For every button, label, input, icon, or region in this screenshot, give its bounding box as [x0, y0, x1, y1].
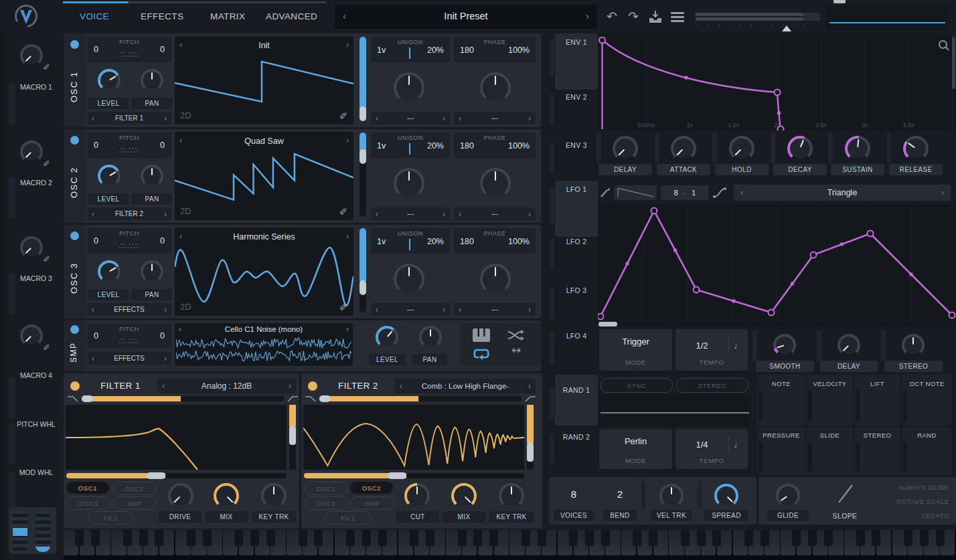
- lfo-tempo-box[interactable]: 1/2♩ TEMPO: [675, 329, 748, 371]
- envelope-editor[interactable]: 500ms 1s 1.5s 2s 2.5s 3s 3.5s: [598, 33, 956, 130]
- filter1-drive-knob[interactable]: [168, 483, 193, 508]
- filter1-model-selector[interactable]: ‹Analog : 12dB›: [157, 379, 296, 393]
- piano-key-black[interactable]: [266, 530, 275, 546]
- piano-key-black[interactable]: [585, 530, 594, 546]
- keytrack-icon[interactable]: [473, 329, 490, 342]
- lfo-shape-selector[interactable]: ‹ Triangle ›: [734, 185, 951, 201]
- filter1-response-display[interactable]: [66, 405, 287, 470]
- osc2-unison-box[interactable]: UNISON 1v 20%: [371, 132, 450, 158]
- piano-key-black[interactable]: [410, 530, 418, 546]
- sample-name[interactable]: Cello C1 Noise (mono): [175, 325, 353, 333]
- filter1-input-osc3[interactable]: OSC3: [66, 496, 110, 510]
- piano-key-black[interactable]: [234, 530, 243, 546]
- piano-key-black[interactable]: [314, 530, 323, 546]
- lfo-grid-rows[interactable]: 8: [674, 189, 678, 197]
- modsource-slide[interactable]: SLIDE: [807, 428, 853, 475]
- tab-rand2[interactable]: RAND 2: [555, 433, 598, 441]
- piano-key-black[interactable]: [792, 530, 801, 546]
- modsource-lift[interactable]: LIFT: [854, 375, 900, 426]
- osc3-routing-selector[interactable]: ‹EFFECTS›: [87, 303, 171, 316]
- filter2-resonance-handle[interactable]: [527, 443, 534, 462]
- chevron-left-icon[interactable]: ‹: [740, 189, 743, 197]
- filter2-cutoff-slider[interactable]: [304, 473, 524, 478]
- piano-key-black[interactable]: [473, 530, 482, 546]
- osc2-dest2-selector[interactable]: ‹---›: [454, 207, 536, 220]
- lfo-scrollbar[interactable]: [598, 322, 956, 326]
- tab-effects[interactable]: EFFECTS: [141, 11, 183, 21]
- slope-icon[interactable]: [837, 483, 854, 504]
- macro4-edit-pencil-icon[interactable]: ✎: [43, 342, 50, 352]
- osc3-view-mode[interactable]: 2D: [180, 302, 191, 312]
- piano-key-black[interactable]: [601, 530, 610, 546]
- lfo-tempo-value[interactable]: 1/2: [675, 341, 728, 351]
- tab-advanced[interactable]: ADVANCED: [266, 11, 317, 21]
- menu-icon[interactable]: [671, 12, 684, 22]
- filter1-keytrack-knob[interactable]: [261, 483, 287, 508]
- tab-lfo4[interactable]: LFO 4: [555, 332, 598, 340]
- filter2-response-display[interactable]: [303, 405, 524, 470]
- sampler-pan-knob[interactable]: [419, 326, 442, 349]
- osc2-view-mode[interactable]: 2D: [180, 206, 191, 216]
- filter1-mix-knob[interactable]: [214, 483, 239, 508]
- lfo-mode-box[interactable]: Trigger MODE: [599, 329, 672, 371]
- osc2-wavetable-display[interactable]: ‹ Quad Saw › 2D ✎: [175, 132, 353, 220]
- filter2-input-osc2[interactable]: OSC2: [350, 482, 393, 494]
- osc1-routing-selector[interactable]: ‹FILTER 1›: [87, 112, 171, 124]
- wavetable-next-icon[interactable]: ›: [346, 41, 349, 49]
- filter2-input-fil1[interactable]: FIL1: [325, 511, 371, 525]
- osc3-wavetable-display[interactable]: ‹ Harmonic Series › 2D ✎: [175, 227, 353, 316]
- macro3-knob[interactable]: [20, 236, 43, 259]
- filter1-enable-indicator[interactable]: [70, 381, 80, 391]
- sampler-pitch-box[interactable]: PITCH 0 0 •• ••••••••••: [87, 324, 171, 349]
- osc3-edit-pencil-icon[interactable]: ✎: [339, 300, 347, 312]
- pitch-wheel-mod-bar[interactable]: [9, 424, 15, 464]
- lfo-delay-knob[interactable]: [838, 334, 860, 357]
- osc1-unison-box[interactable]: UNISON 1v 20%: [371, 37, 450, 62]
- oscilloscope-display[interactable]: [825, 5, 949, 31]
- lfo-editor[interactable]: [598, 204, 956, 321]
- piano-key-black[interactable]: [633, 530, 641, 546]
- piano-keyboard[interactable]: [64, 530, 956, 560]
- bend-value[interactable]: 2: [607, 488, 633, 500]
- osc1-unison-voices[interactable]: 1v: [377, 45, 386, 55]
- osc1-phase[interactable]: 180: [460, 45, 474, 55]
- osc2-dest1-selector[interactable]: ‹---›: [371, 207, 450, 220]
- filter2-mix-knob[interactable]: [451, 483, 477, 508]
- tab-lfo1[interactable]: LFO 1: [555, 185, 598, 193]
- osc2-pitch-box[interactable]: PITCH 0 0 •• ••••••••••: [87, 132, 171, 158]
- option-octave-scale[interactable]: OCTAVE SCALE: [872, 498, 949, 505]
- macro4-knob[interactable]: [20, 324, 43, 347]
- filter1-input-fil2[interactable]: FIL2: [88, 511, 133, 525]
- filter2-resonance-slider[interactable]: [527, 405, 534, 470]
- rand-mode-box[interactable]: Perlin MODE: [599, 429, 672, 469]
- filter2-model-selector[interactable]: ‹Comb : Low High Flange-›: [395, 379, 536, 393]
- piano-key-black[interactable]: [712, 530, 721, 546]
- osc2-pan-knob[interactable]: [141, 165, 163, 187]
- env-sustain-knob[interactable]: [845, 136, 870, 161]
- filter2-input-smp[interactable]: SMP: [350, 496, 394, 510]
- preset-next-icon[interactable]: ›: [586, 11, 589, 21]
- osc1-unison-detune[interactable]: 20%: [427, 45, 444, 55]
- osc2-phase-rand-knob[interactable]: [480, 168, 511, 199]
- macro3-mod-bar[interactable]: [9, 274, 15, 314]
- piano-key-black[interactable]: [489, 530, 498, 546]
- piano-key-black[interactable]: [426, 530, 434, 546]
- filter1-cutoff-slider[interactable]: [66, 473, 287, 478]
- macro3-edit-pencil-icon[interactable]: ✎: [43, 254, 50, 264]
- osc1-phase-box[interactable]: PHASE 180 100%: [454, 37, 536, 62]
- tab-env3[interactable]: ENV 3: [555, 141, 598, 149]
- osc3-frame-handle[interactable]: [360, 280, 366, 295]
- piano-key-black[interactable]: [538, 530, 546, 546]
- piano-key-black[interactable]: [761, 530, 769, 546]
- filter2-cutoff-handle[interactable]: [388, 472, 406, 479]
- tab-lfo3[interactable]: LFO 3: [555, 286, 598, 294]
- osc1-dest2-selector[interactable]: ‹---›: [454, 112, 536, 124]
- preset-browser[interactable]: ‹ Init Preset ›: [335, 5, 597, 29]
- osc1-edit-pencil-icon[interactable]: ✎: [339, 109, 347, 121]
- tab-lfo2[interactable]: LFO 2: [555, 238, 598, 246]
- piano-key-black[interactable]: [123, 530, 132, 546]
- piano-key-black[interactable]: [155, 530, 163, 546]
- piano-key-black[interactable]: [250, 530, 259, 546]
- lfo-scrollbar-handle[interactable]: [599, 322, 617, 326]
- env-delay-knob[interactable]: [613, 136, 638, 161]
